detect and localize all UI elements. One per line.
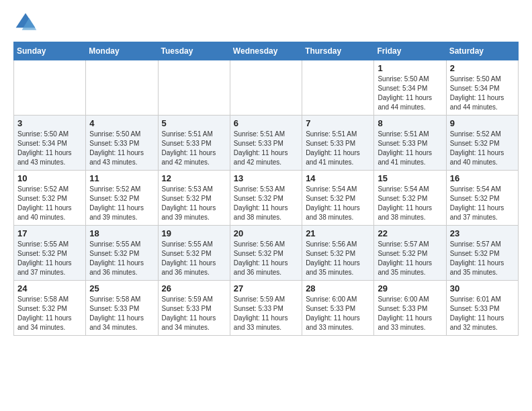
day-number: 25 <box>89 283 154 293</box>
day-number: 2 <box>450 63 515 73</box>
day-info: Sunrise: 5:54 AM Sunset: 5:32 PM Dayligh… <box>450 185 515 222</box>
day-info: Sunrise: 5:51 AM Sunset: 5:33 PM Dayligh… <box>306 130 371 167</box>
day-info: Sunrise: 5:59 AM Sunset: 5:33 PM Dayligh… <box>162 295 227 332</box>
day-info: Sunrise: 5:50 AM Sunset: 5:34 PM Dayligh… <box>17 130 83 167</box>
day-number: 30 <box>450 283 515 293</box>
day-cell: 26Sunrise: 5:59 AM Sunset: 5:33 PM Dayli… <box>158 281 230 336</box>
logo <box>13 11 42 35</box>
day-cell: 23Sunrise: 5:57 AM Sunset: 5:32 PM Dayli… <box>446 226 518 281</box>
weekday-header-tuesday: Tuesday <box>158 42 230 60</box>
day-number: 12 <box>162 173 227 183</box>
day-cell: 14Sunrise: 5:54 AM Sunset: 5:32 PM Dayli… <box>302 171 374 226</box>
day-info: Sunrise: 5:55 AM Sunset: 5:32 PM Dayligh… <box>17 240 83 277</box>
weekday-header-thursday: Thursday <box>302 42 374 60</box>
day-cell: 1Sunrise: 5:50 AM Sunset: 5:34 PM Daylig… <box>374 60 446 116</box>
week-row-1: 1Sunrise: 5:50 AM Sunset: 5:34 PM Daylig… <box>14 60 519 116</box>
day-cell: 6Sunrise: 5:51 AM Sunset: 5:33 PM Daylig… <box>230 116 302 171</box>
weekday-header-sunday: Sunday <box>14 42 86 60</box>
day-cell: 11Sunrise: 5:52 AM Sunset: 5:32 PM Dayli… <box>86 171 158 226</box>
day-cell: 22Sunrise: 5:57 AM Sunset: 5:32 PM Dayli… <box>374 226 446 281</box>
day-number: 10 <box>17 173 83 183</box>
day-number: 20 <box>234 228 299 238</box>
day-number: 28 <box>306 283 371 293</box>
day-cell: 7Sunrise: 5:51 AM Sunset: 5:33 PM Daylig… <box>302 116 374 171</box>
day-cell: 5Sunrise: 5:51 AM Sunset: 5:33 PM Daylig… <box>158 116 230 171</box>
day-info: Sunrise: 5:52 AM Sunset: 5:32 PM Dayligh… <box>89 185 154 222</box>
day-number: 17 <box>17 228 83 238</box>
day-number: 8 <box>378 118 443 128</box>
day-cell: 9Sunrise: 5:52 AM Sunset: 5:32 PM Daylig… <box>446 116 518 171</box>
day-info: Sunrise: 5:50 AM Sunset: 5:33 PM Dayligh… <box>89 130 154 167</box>
day-cell <box>158 60 230 116</box>
day-cell: 19Sunrise: 5:55 AM Sunset: 5:32 PM Dayli… <box>158 226 230 281</box>
day-number: 23 <box>450 228 515 238</box>
weekday-header-saturday: Saturday <box>446 42 518 60</box>
week-row-5: 24Sunrise: 5:58 AM Sunset: 5:32 PM Dayli… <box>14 281 519 336</box>
day-cell: 20Sunrise: 5:56 AM Sunset: 5:32 PM Dayli… <box>230 226 302 281</box>
day-number: 29 <box>378 283 443 293</box>
day-cell: 2Sunrise: 5:50 AM Sunset: 5:34 PM Daylig… <box>446 60 518 116</box>
day-info: Sunrise: 5:56 AM Sunset: 5:32 PM Dayligh… <box>306 240 371 277</box>
day-number: 7 <box>306 118 371 128</box>
day-cell: 24Sunrise: 5:58 AM Sunset: 5:32 PM Dayli… <box>14 281 86 336</box>
day-cell: 10Sunrise: 5:52 AM Sunset: 5:32 PM Dayli… <box>14 171 86 226</box>
logo-icon <box>13 11 38 35</box>
day-number: 18 <box>89 228 154 238</box>
day-number: 3 <box>17 118 83 128</box>
day-cell: 25Sunrise: 5:58 AM Sunset: 5:33 PM Dayli… <box>86 281 158 336</box>
header <box>13 11 519 35</box>
day-number: 27 <box>234 283 299 293</box>
day-number: 14 <box>306 173 371 183</box>
day-info: Sunrise: 5:57 AM Sunset: 5:32 PM Dayligh… <box>378 240 443 277</box>
day-info: Sunrise: 5:58 AM Sunset: 5:32 PM Dayligh… <box>17 295 83 332</box>
day-info: Sunrise: 5:54 AM Sunset: 5:32 PM Dayligh… <box>378 185 443 222</box>
day-cell <box>230 60 302 116</box>
day-number: 15 <box>378 173 443 183</box>
calendar-table: SundayMondayTuesdayWednesdayThursdayFrid… <box>13 42 519 336</box>
day-info: Sunrise: 5:51 AM Sunset: 5:33 PM Dayligh… <box>378 130 443 167</box>
day-number: 24 <box>17 283 83 293</box>
day-info: Sunrise: 5:58 AM Sunset: 5:33 PM Dayligh… <box>89 295 154 332</box>
day-info: Sunrise: 5:51 AM Sunset: 5:33 PM Dayligh… <box>162 130 227 167</box>
day-cell: 16Sunrise: 5:54 AM Sunset: 5:32 PM Dayli… <box>446 171 518 226</box>
week-row-3: 10Sunrise: 5:52 AM Sunset: 5:32 PM Dayli… <box>14 171 519 226</box>
day-info: Sunrise: 5:57 AM Sunset: 5:32 PM Dayligh… <box>450 240 515 277</box>
weekday-header-monday: Monday <box>86 42 158 60</box>
day-info: Sunrise: 5:53 AM Sunset: 5:32 PM Dayligh… <box>234 185 299 222</box>
day-cell <box>302 60 374 116</box>
day-info: Sunrise: 5:56 AM Sunset: 5:32 PM Dayligh… <box>234 240 299 277</box>
week-row-2: 3Sunrise: 5:50 AM Sunset: 5:34 PM Daylig… <box>14 116 519 171</box>
day-cell: 27Sunrise: 5:59 AM Sunset: 5:33 PM Dayli… <box>230 281 302 336</box>
day-number: 21 <box>306 228 371 238</box>
day-number: 13 <box>234 173 299 183</box>
day-info: Sunrise: 5:55 AM Sunset: 5:32 PM Dayligh… <box>162 240 227 277</box>
day-number: 22 <box>378 228 443 238</box>
day-number: 26 <box>162 283 227 293</box>
day-info: Sunrise: 6:00 AM Sunset: 5:33 PM Dayligh… <box>378 295 443 332</box>
weekday-header-friday: Friday <box>374 42 446 60</box>
day-info: Sunrise: 5:52 AM Sunset: 5:32 PM Dayligh… <box>450 130 515 167</box>
day-info: Sunrise: 5:50 AM Sunset: 5:34 PM Dayligh… <box>450 75 515 112</box>
day-cell: 21Sunrise: 5:56 AM Sunset: 5:32 PM Dayli… <box>302 226 374 281</box>
day-info: Sunrise: 5:55 AM Sunset: 5:32 PM Dayligh… <box>89 240 154 277</box>
day-cell: 29Sunrise: 6:00 AM Sunset: 5:33 PM Dayli… <box>374 281 446 336</box>
day-info: Sunrise: 5:59 AM Sunset: 5:33 PM Dayligh… <box>234 295 299 332</box>
day-info: Sunrise: 5:54 AM Sunset: 5:32 PM Dayligh… <box>306 185 371 222</box>
weekday-header-wednesday: Wednesday <box>230 42 302 60</box>
day-number: 11 <box>89 173 154 183</box>
day-number: 16 <box>450 173 515 183</box>
day-info: Sunrise: 5:52 AM Sunset: 5:32 PM Dayligh… <box>17 185 83 222</box>
day-info: Sunrise: 6:01 AM Sunset: 5:33 PM Dayligh… <box>450 295 515 332</box>
day-number: 5 <box>162 118 227 128</box>
week-row-4: 17Sunrise: 5:55 AM Sunset: 5:32 PM Dayli… <box>14 226 519 281</box>
day-info: Sunrise: 5:51 AM Sunset: 5:33 PM Dayligh… <box>234 130 299 167</box>
day-cell: 30Sunrise: 6:01 AM Sunset: 5:33 PM Dayli… <box>446 281 518 336</box>
day-info: Sunrise: 6:00 AM Sunset: 5:33 PM Dayligh… <box>306 295 371 332</box>
day-info: Sunrise: 5:50 AM Sunset: 5:34 PM Dayligh… <box>378 75 443 112</box>
day-cell: 4Sunrise: 5:50 AM Sunset: 5:33 PM Daylig… <box>86 116 158 171</box>
day-cell: 8Sunrise: 5:51 AM Sunset: 5:33 PM Daylig… <box>374 116 446 171</box>
day-info: Sunrise: 5:53 AM Sunset: 5:32 PM Dayligh… <box>162 185 227 222</box>
day-cell: 12Sunrise: 5:53 AM Sunset: 5:32 PM Dayli… <box>158 171 230 226</box>
day-cell: 3Sunrise: 5:50 AM Sunset: 5:34 PM Daylig… <box>14 116 86 171</box>
page: SundayMondayTuesdayWednesdayThursdayFrid… <box>0 0 532 347</box>
